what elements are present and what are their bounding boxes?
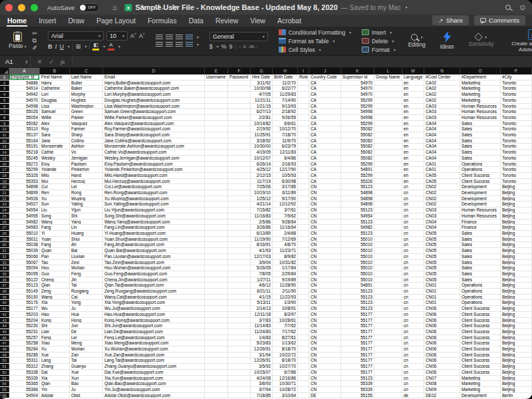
- cell-A36[interactable]: 55122: [9, 277, 40, 283]
- cell-I29[interactable]: [298, 237, 309, 242]
- cell-P15[interactable]: Toronto: [501, 156, 532, 161]
- cell-P9[interactable]: Toronto: [501, 121, 532, 126]
- cell-I56[interactable]: [298, 393, 309, 398]
- cell-P44[interactable]: Beijing: [501, 323, 532, 329]
- cell-K39[interactable]: 55123: [341, 295, 374, 300]
- cell-F25[interactable]: [228, 213, 251, 219]
- cell-J31[interactable]: CN: [309, 248, 341, 253]
- cell-K51[interactable]: 55177: [341, 364, 374, 369]
- cell-D28[interactable]: Yi.Huang@awardcosupport.com: [103, 231, 205, 236]
- cell-C4[interactable]: Murphy: [70, 92, 103, 97]
- cell-J7[interactable]: CA: [309, 109, 341, 114]
- cell-A20[interactable]: 54898: [9, 184, 40, 190]
- cell-P23[interactable]: Beijing: [501, 201, 532, 207]
- decrease-decimal-button[interactable]: .00→: [249, 45, 258, 49]
- cell-P27[interactable]: Beijing: [501, 225, 532, 230]
- cell-D40[interactable]: Xia.Yong@awardcosupport.com: [103, 300, 205, 305]
- cell-I42[interactable]: [298, 312, 309, 317]
- cell-D7[interactable]: Samuel.Green@awardcosupport.com: [103, 109, 205, 114]
- cell-J6[interactable]: CA: [309, 104, 341, 109]
- cell-E37[interactable]: [205, 283, 228, 288]
- cell-N50[interactable]: CN06: [424, 358, 460, 363]
- cell-E9[interactable]: [205, 121, 228, 126]
- format-cells-button[interactable]: Format▾: [362, 47, 396, 53]
- cell-E15[interactable]: [205, 156, 228, 161]
- cell-D55[interactable]: Yin.Ju@awardcosupport.com: [103, 387, 205, 392]
- cell-E16[interactable]: [205, 162, 228, 167]
- cell-J54[interactable]: CN: [309, 381, 341, 386]
- close-window-button[interactable]: [5, 4, 13, 11]
- cell-H21[interactable]: 6/11/89: [273, 190, 298, 196]
- cell-E53[interactable]: [205, 376, 228, 381]
- cell-F16[interactable]: [228, 162, 251, 167]
- cell-I27[interactable]: [298, 225, 309, 230]
- cell-P3[interactable]: Toronto: [501, 86, 532, 91]
- column-header-E[interactable]: E: [205, 68, 228, 74]
- cell-A6[interactable]: 54998: [9, 104, 40, 109]
- cell-A14[interactable]: 55218: [9, 150, 40, 155]
- cell-N36[interactable]: CN05: [424, 277, 460, 283]
- cell-H52[interactable]: 6/7/86: [273, 370, 298, 375]
- copy-button[interactable]: ⧉: [33, 38, 38, 44]
- tab-review[interactable]: Review: [215, 15, 239, 27]
- fill-color-button[interactable]: ◧: [92, 43, 99, 51]
- cell-O23[interactable]: Development: [460, 201, 501, 207]
- cell-A4[interactable]: 54942: [9, 92, 40, 97]
- cell-C3[interactable]: Baker: [70, 86, 103, 91]
- cell-O18[interactable]: Client Success: [460, 173, 501, 178]
- cell-I9[interactable]: [298, 121, 309, 126]
- cell-P22[interactable]: Beijing: [501, 196, 532, 201]
- cell-L23[interactable]: [374, 201, 402, 207]
- cell-G33[interactable]: 3/9/04: [251, 260, 273, 265]
- editing-button[interactable]: ▾ Editing: [405, 29, 429, 53]
- cell-G46[interactable]: 1/4/83: [251, 335, 273, 340]
- cell-N53[interactable]: CN07: [424, 376, 460, 381]
- cell-H3[interactable]: 6/22/77: [273, 86, 298, 91]
- cell-P19[interactable]: Toronto: [501, 179, 532, 184]
- cell-J43[interactable]: CN: [309, 318, 341, 323]
- cell-N42[interactable]: CN06: [424, 312, 460, 317]
- cell-A2[interactable]: 54886: [9, 80, 40, 86]
- cell-P41[interactable]: Beijing: [501, 306, 532, 311]
- cell-N20[interactable]: CN02: [424, 184, 460, 190]
- cell-B28[interactable]: Yi: [40, 231, 70, 236]
- cell-N24[interactable]: CN03: [424, 207, 460, 213]
- cell-G56[interactable]: 7/18/85: [251, 393, 273, 398]
- cell-H56[interactable]: 3/10/64: [273, 393, 298, 398]
- row-header-56[interactable]: 56: [0, 393, 9, 398]
- cell-L21[interactable]: [374, 190, 402, 196]
- row-header-2[interactable]: 2: [0, 80, 9, 86]
- cell-C33[interactable]: Zexi: [70, 260, 103, 265]
- cell-H47[interactable]: 1/13/62: [273, 340, 298, 346]
- cell-G18[interactable]: 2/12/15: [251, 173, 273, 178]
- column-header-I[interactable]: I: [298, 68, 309, 74]
- cell-D11[interactable]: Sara.Sharp@awardcosupport.com: [103, 132, 205, 138]
- cell-H17[interactable]: 12/17/90: [273, 167, 298, 172]
- cell-L28[interactable]: [374, 231, 402, 236]
- cell-C28[interactable]: Huang: [70, 231, 103, 236]
- cell-I14[interactable]: [298, 150, 309, 155]
- cell-K3[interactable]: 54970: [341, 86, 374, 91]
- row-header-31[interactable]: 31: [0, 248, 9, 253]
- cell-D33[interactable]: Tao.Zexi@awardcosupport.com: [103, 260, 205, 265]
- cell-L2[interactable]: [374, 80, 402, 86]
- cell-C56[interactable]: Obst: [70, 393, 103, 398]
- cell-G40[interactable]: 5/13/11: [251, 300, 273, 305]
- cell-E50[interactable]: [205, 358, 228, 363]
- align-top-button[interactable]: [156, 35, 163, 40]
- cell-A12[interactable]: 55164: [9, 138, 40, 144]
- cell-D5[interactable]: Douglas.Hughes@awardcosupport.com: [103, 98, 205, 103]
- cell-H9[interactable]: 6/6/61: [273, 121, 298, 126]
- cell-N9[interactable]: CA04: [424, 121, 460, 126]
- cell-B11[interactable]: Sara: [40, 132, 70, 138]
- cell-O52[interactable]: Client Success: [460, 370, 501, 375]
- cell-I45[interactable]: [298, 329, 309, 334]
- cell-P36[interactable]: Beijing: [501, 277, 532, 283]
- wrap-text-button[interactable]: [186, 35, 193, 40]
- cell-C30[interactable]: Ah: [70, 242, 103, 247]
- cell-O12[interactable]: Sales: [460, 138, 501, 144]
- cell-N45[interactable]: CN06: [424, 329, 460, 334]
- cell-A55[interactable]: 55366: [9, 387, 40, 392]
- cell-M1[interactable]: Language: [402, 74, 424, 80]
- cell-D22[interactable]: Xu.Wuying@awardcosupport.com: [103, 196, 205, 201]
